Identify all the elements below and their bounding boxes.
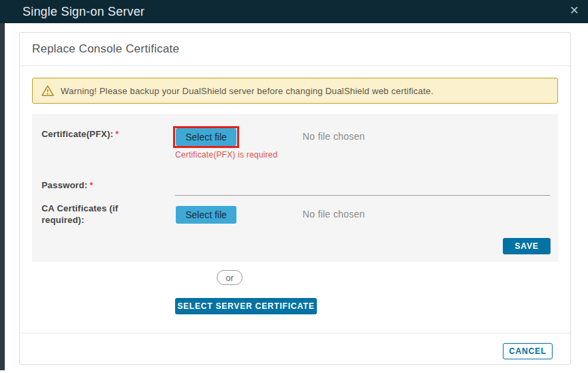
cancel-button[interactable]: CANCEL xyxy=(503,343,553,359)
warning-triangle-icon xyxy=(41,84,55,98)
warning-banner: Warning! Please backup your DualShield s… xyxy=(32,78,558,104)
save-button[interactable]: SAVE xyxy=(503,238,551,254)
certificate-form-panel: Certificate(PFX):* Select file No file c… xyxy=(32,114,558,262)
certificate-pfx-label: Certificate(PFX):* xyxy=(42,128,119,140)
replace-certificate-card: Replace Console Certificate Warning! Ple… xyxy=(19,32,571,365)
card-title: Replace Console Certificate xyxy=(32,42,179,56)
close-icon[interactable]: ✕ xyxy=(570,3,579,18)
ca-file-status: No file chosen xyxy=(303,209,365,220)
required-asterisk: * xyxy=(115,129,119,139)
dialog-titlebar: Single Sign-on Server ✕ xyxy=(0,0,588,23)
required-asterisk: * xyxy=(90,180,93,190)
dialog-title: Single Sign-on Server xyxy=(0,5,144,19)
password-label-text: Password: xyxy=(42,180,88,190)
password-field[interactable] xyxy=(175,179,550,196)
ca-select-file-button[interactable]: Select file xyxy=(176,206,236,224)
background-edge-strip xyxy=(0,23,5,370)
certificate-pfx-label-text: Certificate(PFX): xyxy=(42,129,113,139)
certificate-file-status: No file chosen xyxy=(303,131,365,142)
warning-text: Warning! Please backup your DualShield s… xyxy=(61,86,433,96)
certificate-select-file-button[interactable]: Select file xyxy=(176,128,236,146)
card-footer: CANCEL xyxy=(20,333,570,365)
or-divider-pill: or xyxy=(217,270,243,285)
ca-certificates-label: CA Certificates (if required): xyxy=(42,203,151,226)
card-header: Replace Console Certificate xyxy=(20,33,570,66)
password-label: Password:* xyxy=(42,179,93,191)
screen: Single Sign-on Server ✕ Replace Console … xyxy=(0,0,588,373)
certificate-required-error: Certificate(PFX) is required xyxy=(175,150,277,160)
select-server-certificate-button[interactable]: SELECT SERVER CERTIFICATE xyxy=(175,298,317,314)
